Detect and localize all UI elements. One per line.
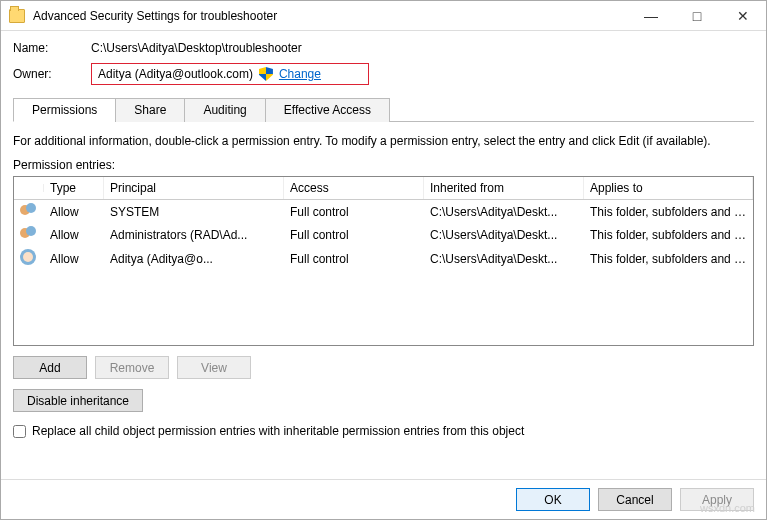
grid-header: Type Principal Access Inherited from App…: [14, 177, 753, 200]
content-area: Name: C:\Users\Aditya\Desktop\troublesho…: [1, 31, 766, 479]
table-row[interactable]: Allow Aditya (Aditya@o... Full control C…: [14, 246, 753, 271]
view-button[interactable]: View: [177, 356, 251, 379]
disable-inheritance-button[interactable]: Disable inheritance: [13, 389, 143, 412]
cell-access: Full control: [284, 225, 424, 245]
cancel-button[interactable]: Cancel: [598, 488, 672, 511]
cell-inherited: C:\Users\Aditya\Deskt...: [424, 202, 584, 222]
ok-button[interactable]: OK: [516, 488, 590, 511]
close-button[interactable]: ✕: [720, 1, 766, 31]
group-icon: [20, 226, 38, 240]
apply-button[interactable]: Apply: [680, 488, 754, 511]
col-access[interactable]: Access: [284, 177, 424, 199]
permission-entries-label: Permission entries:: [13, 158, 754, 172]
shield-icon: [259, 67, 273, 81]
minimize-button[interactable]: ―: [628, 1, 674, 31]
help-text: For additional information, double-click…: [13, 134, 754, 148]
name-value: C:\Users\Aditya\Desktop\troubleshooter: [91, 41, 302, 55]
name-label: Name:: [13, 41, 91, 55]
advanced-security-window: Advanced Security Settings for troublesh…: [0, 0, 767, 520]
remove-button[interactable]: Remove: [95, 356, 169, 379]
col-icon[interactable]: [14, 184, 44, 192]
cell-access: Full control: [284, 202, 424, 222]
cell-principal: Administrators (RAD\Ad...: [104, 225, 284, 245]
maximize-button[interactable]: □: [674, 1, 720, 31]
permission-grid[interactable]: Type Principal Access Inherited from App…: [13, 176, 754, 346]
cell-principal: SYSTEM: [104, 202, 284, 222]
tab-permissions[interactable]: Permissions: [13, 98, 116, 122]
group-icon: [20, 203, 38, 217]
add-button[interactable]: Add: [13, 356, 87, 379]
replace-checkbox-label: Replace all child object permission entr…: [32, 424, 524, 438]
cell-applies: This folder, subfolders and files: [584, 249, 753, 269]
cell-type: Allow: [44, 202, 104, 222]
replace-checkbox-row[interactable]: Replace all child object permission entr…: [13, 424, 754, 438]
user-icon: [20, 249, 36, 265]
col-type[interactable]: Type: [44, 177, 104, 199]
replace-checkbox[interactable]: [13, 425, 26, 438]
titlebar: Advanced Security Settings for troublesh…: [1, 1, 766, 31]
dialog-footer: OK Cancel Apply: [1, 479, 766, 519]
cell-inherited: C:\Users\Aditya\Deskt...: [424, 249, 584, 269]
tab-share[interactable]: Share: [115, 98, 185, 122]
tab-auditing[interactable]: Auditing: [184, 98, 265, 122]
change-owner-link[interactable]: Change: [279, 67, 321, 81]
entry-buttons: Add Remove View: [13, 356, 754, 379]
table-row[interactable]: Allow Administrators (RAD\Ad... Full con…: [14, 223, 753, 246]
owner-value: Aditya (Aditya@outlook.com): [98, 67, 253, 81]
cell-applies: This folder, subfolders and files: [584, 225, 753, 245]
tab-effective-access[interactable]: Effective Access: [265, 98, 390, 122]
cell-applies: This folder, subfolders and files: [584, 202, 753, 222]
col-principal[interactable]: Principal: [104, 177, 284, 199]
cell-access: Full control: [284, 249, 424, 269]
tabs: Permissions Share Auditing Effective Acc…: [13, 97, 754, 122]
col-inherited[interactable]: Inherited from: [424, 177, 584, 199]
col-applies[interactable]: Applies to: [584, 177, 753, 199]
window-title: Advanced Security Settings for troublesh…: [33, 9, 277, 23]
owner-box: Aditya (Aditya@outlook.com) Change: [91, 63, 369, 85]
cell-principal: Aditya (Aditya@o...: [104, 249, 284, 269]
cell-inherited: C:\Users\Aditya\Deskt...: [424, 225, 584, 245]
owner-label: Owner:: [13, 67, 91, 81]
cell-type: Allow: [44, 249, 104, 269]
table-row[interactable]: Allow SYSTEM Full control C:\Users\Adity…: [14, 200, 753, 223]
folder-icon: [9, 9, 25, 23]
cell-type: Allow: [44, 225, 104, 245]
